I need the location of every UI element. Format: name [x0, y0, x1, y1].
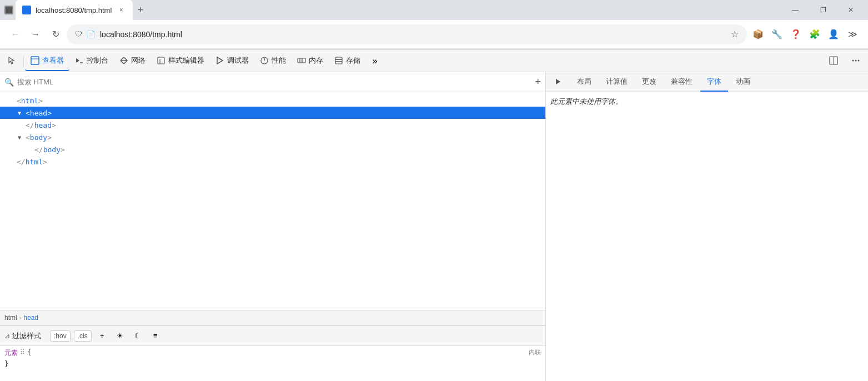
reload-button[interactable]: ↻ [47, 26, 64, 43]
tree-row-body-open[interactable]: ▼ <body> [0, 131, 545, 143]
svg-point-19 [855, 59, 857, 61]
tab-fonts[interactable]: 字体 [700, 72, 728, 92]
dock-side-button[interactable] [824, 51, 844, 71]
pocket-icon[interactable]: 📦 [749, 26, 767, 43]
memory-label: 内存 [309, 56, 323, 66]
tab-storage[interactable]: 存储 [329, 51, 366, 71]
devtools-menu-button[interactable] [846, 51, 866, 71]
search-icon: 🔍 [4, 78, 14, 87]
svg-rect-1 [31, 57, 39, 64]
back-button[interactable]: ← [7, 26, 24, 43]
address-bar[interactable]: 🛡 📄 localhost:8080/tmp.html ☆ [67, 24, 747, 44]
dark-theme-button[interactable]: ☾ [131, 329, 145, 343]
tab-style-editor[interactable]: {} 样式编辑器 [151, 51, 210, 71]
tree-row-html-close[interactable]: </html> [0, 156, 545, 168]
add-style-button[interactable]: + [95, 329, 109, 343]
nav-bar: ← → ↻ 🛡 📄 localhost:8080/tmp.html ☆ 📦 🔧 … [0, 20, 868, 49]
tab-title: localhost:8080/tmp.html [36, 6, 112, 14]
devtools-content: 🔍 + <html> ▼ <head> [0, 72, 868, 381]
devtools-right-actions [824, 51, 866, 71]
svg-rect-9 [298, 58, 305, 63]
styles-selector: 元素 [4, 348, 18, 358]
more-menu-icon[interactable]: ≫ [844, 26, 861, 43]
close-window-button[interactable]: ✕ [838, 0, 864, 20]
styles-filter-label: 过滤样式 [12, 331, 41, 341]
tab-computed-icon[interactable] [548, 72, 569, 92]
debugger-label: 调试器 [227, 56, 249, 66]
svg-rect-15 [335, 62, 342, 64]
tab-layout[interactable]: 布局 [570, 72, 598, 92]
tab-computed[interactable]: 计算值 [599, 72, 634, 92]
tab-performance[interactable]: 性能 [254, 51, 292, 71]
html-search-bar: 🔍 + [0, 72, 545, 92]
viewer-icon [31, 56, 39, 65]
tab-compatibility-label: 兼容性 [671, 77, 693, 87]
cursor-icon [8, 56, 17, 65]
tree-row-head-close[interactable]: </head> [0, 119, 545, 131]
forward-button[interactable]: → [27, 26, 44, 43]
styles-property-row: } [0, 360, 545, 369]
toolbar-separator-1 [23, 56, 24, 67]
svg-marker-21 [556, 79, 560, 84]
tree-row-head-open[interactable]: ▼ <head> [0, 107, 545, 119]
inspector-cursor-button[interactable] [2, 51, 22, 71]
light-theme-button[interactable]: ☀ [113, 329, 127, 343]
tab-animations[interactable]: 动画 [729, 72, 757, 92]
html-tree[interactable]: <html> ▼ <head> </head> ▼ [0, 92, 545, 310]
bookmark-icon[interactable]: ☆ [731, 29, 739, 39]
title-bar: localhost:8080/tmp.html × + — ❐ ✕ [0, 0, 868, 20]
minimize-button[interactable]: — [782, 0, 808, 20]
url-text[interactable]: localhost:8080/tmp.html [100, 30, 726, 39]
html-search-input[interactable] [17, 78, 531, 86]
wrench-icon[interactable]: 🔧 [768, 26, 786, 43]
performance-label: 性能 [272, 56, 286, 66]
profile-icon[interactable]: 👤 [825, 26, 842, 43]
breadcrumb-sep-1: › [19, 314, 22, 321]
style-editor-icon: {} [157, 56, 165, 65]
breadcrumb-bar: html › head [0, 310, 545, 325]
tab-viewer[interactable]: 查看器 [25, 51, 69, 71]
active-tab[interactable]: localhost:8080/tmp.html × [16, 0, 133, 20]
browser-icon [4, 6, 13, 14]
breadcrumb-html[interactable]: html [4, 314, 17, 322]
doc-button[interactable]: ≡ [148, 329, 163, 343]
new-tab-button[interactable]: + [133, 2, 148, 18]
styles-brace-close: } [4, 360, 8, 368]
tab-debugger[interactable]: 调试器 [210, 51, 254, 71]
security-icon: 🛡 [75, 30, 82, 38]
styles-dots: ⠿ [20, 348, 25, 356]
network-label: 网络 [131, 56, 145, 66]
styles-toolbar: ⊿ 过滤样式 :hov .cls + ☀ ☾ ≡ [0, 326, 545, 346]
console-icon [75, 56, 84, 65]
tree-toggle-body: ▼ [18, 134, 26, 141]
maximize-button[interactable]: ❐ [810, 0, 836, 20]
viewer-label: 查看器 [42, 56, 64, 66]
filter-icon: ⊿ [4, 332, 10, 340]
tree-toggle-head: ▼ [18, 110, 26, 116]
more-tools-icon: » [373, 56, 378, 66]
search-add-button[interactable]: + [535, 76, 541, 88]
memory-icon [297, 56, 306, 65]
tab-compatibility[interactable]: 兼容性 [664, 72, 699, 92]
more-tools-button[interactable]: » [366, 52, 384, 70]
breadcrumb-head[interactable]: head [23, 314, 38, 322]
page-icon: 📄 [87, 30, 96, 38]
tree-row-body-close[interactable]: </body> [0, 143, 545, 156]
cls-button[interactable]: .cls [74, 330, 92, 342]
svg-marker-3 [76, 58, 79, 63]
tree-row-html-open[interactable]: <html> [0, 94, 545, 107]
tab-changes-label: 更改 [642, 77, 656, 87]
tab-network[interactable]: 网络 [114, 51, 151, 71]
tab-close-button[interactable]: × [116, 5, 126, 15]
fonts-empty-message: 此元素中未使用字体。 [550, 97, 623, 106]
help-icon[interactable]: ❓ [787, 26, 805, 43]
inspector-panel: 🔍 + <html> ▼ <head> [0, 72, 546, 381]
tab-memory[interactable]: 内存 [292, 51, 329, 71]
tab-console[interactable]: 控制台 [69, 51, 114, 71]
storage-label: 存储 [346, 56, 360, 66]
hov-button[interactable]: :hov [50, 330, 71, 342]
tab-changes[interactable]: 更改 [635, 72, 663, 92]
right-panel-toolbar: 布局 计算值 更改 兼容性 字体 动画 [546, 72, 868, 92]
extensions-icon[interactable]: 🧩 [806, 26, 824, 43]
style-editor-label: 样式编辑器 [168, 56, 204, 66]
